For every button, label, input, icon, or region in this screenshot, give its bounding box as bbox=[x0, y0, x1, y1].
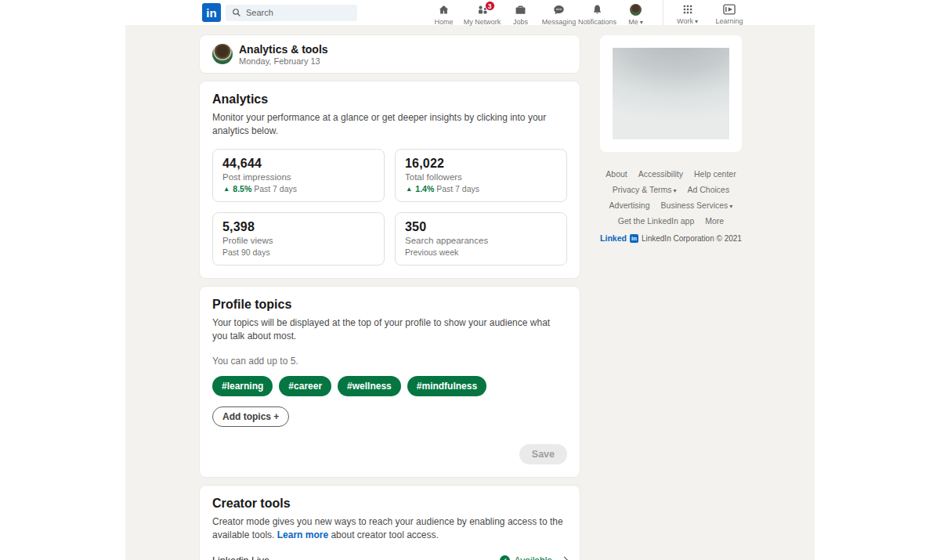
profile-topics-card: Profile topics Your topics will be displ… bbox=[200, 287, 580, 477]
stat-post-impressions[interactable]: 44,644 Post impressions ▲ 8.5% Past 7 da… bbox=[212, 149, 385, 202]
tool-status-label: Available bbox=[515, 555, 552, 560]
trend-up-icon: ▲ bbox=[406, 185, 412, 193]
add-topics-button[interactable]: Add topics + bbox=[212, 406, 289, 427]
footer-link-ad-choices[interactable]: Ad Choices bbox=[687, 185, 729, 194]
tool-name: Linkedin Live bbox=[212, 555, 269, 560]
ad-image-placeholder bbox=[613, 48, 729, 139]
stat-search-appearances[interactable]: 350 Search appearances Previous week bbox=[395, 212, 567, 266]
footer-link-more[interactable]: More bbox=[705, 216, 724, 226]
stat-label: Profile views bbox=[222, 236, 374, 245]
footer-linkedin-wordmark: Linked bbox=[600, 233, 627, 243]
available-check-icon bbox=[500, 555, 510, 560]
top-navigation: in Home 3 My Network Jobs bbox=[0, 0, 940, 25]
footer-link-accessibility[interactable]: Accessibility bbox=[638, 169, 683, 179]
topic-pill-learning[interactable]: #learning bbox=[212, 376, 273, 396]
my-network-badge: 3 bbox=[485, 1, 495, 11]
creator-tools-title: Creator tools bbox=[212, 497, 567, 511]
nav-notifications-label: Notifications bbox=[578, 18, 616, 26]
profile-topics-description: Your topics will be displayed at the top… bbox=[212, 316, 567, 344]
save-button[interactable]: Save bbox=[519, 444, 567, 464]
nav-divider bbox=[663, 0, 663, 25]
page-title: Analytics & tools bbox=[239, 43, 328, 56]
nav-home-label: Home bbox=[434, 18, 453, 26]
stat-value: 16,022 bbox=[405, 157, 557, 171]
stat-period: Previous week bbox=[405, 247, 557, 257]
nav-work-label: Work bbox=[677, 17, 698, 25]
topic-pill-wellness[interactable]: #wellness bbox=[338, 376, 401, 396]
nav-learning[interactable]: Learning bbox=[707, 0, 752, 25]
nav-jobs[interactable]: Jobs bbox=[501, 0, 540, 25]
trend-up-icon: ▲ bbox=[223, 185, 230, 193]
stat-period: Past 90 days bbox=[222, 247, 374, 257]
topics-limit-hint: You can add up to 5. bbox=[212, 356, 567, 367]
topics-list: #learning #career #wellness #mindfulness bbox=[212, 376, 567, 396]
search-box[interactable] bbox=[226, 5, 357, 21]
stat-profile-views[interactable]: 5,398 Profile views Past 90 days bbox=[212, 212, 385, 266]
my-network-icon: 3 bbox=[476, 4, 489, 16]
stat-total-followers[interactable]: 16,022 Total followers ▲ 1.4% Past 7 day… bbox=[395, 149, 567, 202]
search-input[interactable] bbox=[246, 8, 340, 17]
footer-link-privacy-terms[interactable]: Privacy & Terms bbox=[613, 185, 677, 194]
nav-messaging[interactable]: Messaging bbox=[540, 0, 578, 25]
linkedin-logo[interactable]: in bbox=[202, 3, 221, 22]
briefcase-icon bbox=[515, 4, 526, 16]
footer-linkedin-logo-icon: in bbox=[630, 234, 638, 243]
nav-home[interactable]: Home bbox=[425, 0, 463, 25]
topic-pill-career[interactable]: #career bbox=[279, 376, 331, 396]
footer-link-get-app[interactable]: Get the LinkedIn app bbox=[618, 216, 695, 226]
stats-grid: 44,644 Post impressions ▲ 8.5% Past 7 da… bbox=[212, 149, 567, 266]
analytics-title: Analytics bbox=[212, 92, 567, 107]
creator-tools-list: Linkedin Live Available Audio Event Avai… bbox=[212, 548, 567, 560]
stat-label: Post impressions bbox=[222, 172, 374, 182]
trend-value: 1.4% bbox=[415, 184, 434, 193]
footer-copyright: LinkedIn Corporation © 2021 bbox=[642, 234, 742, 243]
stat-value: 5,398 bbox=[222, 220, 374, 234]
nav-work[interactable]: Work bbox=[668, 0, 707, 25]
footer-link-help-center[interactable]: Help center bbox=[694, 169, 736, 179]
nav-learning-label: Learning bbox=[715, 17, 743, 25]
profile-topics-title: Profile topics bbox=[212, 298, 567, 312]
nav-my-network[interactable]: 3 My Network bbox=[463, 0, 501, 25]
work-grid-icon bbox=[682, 4, 693, 15]
page-background: Analytics & tools Monday, February 13 An… bbox=[125, 25, 815, 560]
creator-tools-description-cont: about creator tool access. bbox=[331, 529, 438, 540]
bell-icon bbox=[591, 4, 603, 16]
footer-link-about[interactable]: About bbox=[606, 169, 627, 179]
stat-label: Search appearances bbox=[405, 236, 557, 245]
profile-avatar[interactable] bbox=[212, 44, 233, 64]
nav-notifications[interactable]: Notifications bbox=[578, 0, 616, 25]
learning-icon bbox=[723, 4, 736, 15]
trend-period: Past 7 days bbox=[436, 184, 479, 193]
footer-link-business-services[interactable]: Business Services bbox=[661, 201, 733, 210]
trend-value: 8.5% bbox=[233, 184, 251, 193]
messaging-icon bbox=[553, 4, 565, 16]
learn-more-link[interactable]: Learn more bbox=[277, 529, 328, 540]
topic-pill-mindfulness[interactable]: #mindfulness bbox=[407, 376, 486, 396]
search-icon bbox=[232, 8, 241, 17]
nav-messaging-label: Messaging bbox=[542, 18, 577, 26]
tool-row-linkedin-live[interactable]: Linkedin Live Available bbox=[212, 548, 567, 560]
page-header-card: Analytics & tools Monday, February 13 bbox=[200, 35, 580, 73]
stat-value: 350 bbox=[405, 220, 557, 234]
stat-value: 44,644 bbox=[222, 157, 374, 171]
nav-my-network-label: My Network bbox=[464, 18, 501, 26]
nav-me[interactable]: Me bbox=[616, 0, 655, 25]
footer: About Accessibility Help center Privacy … bbox=[600, 158, 742, 243]
me-avatar bbox=[630, 4, 642, 16]
nav-me-label: Me bbox=[628, 18, 643, 26]
chevron-right-icon bbox=[561, 557, 569, 560]
analytics-description: Monitor your performance at a glance or … bbox=[212, 111, 567, 139]
page-date: Monday, February 13 bbox=[239, 56, 328, 66]
ad-card[interactable] bbox=[600, 35, 742, 152]
footer-link-advertising[interactable]: Advertising bbox=[609, 201, 650, 210]
home-icon bbox=[438, 4, 450, 16]
trend-period: Past 7 days bbox=[254, 184, 297, 193]
stat-label: Total followers bbox=[405, 172, 557, 182]
analytics-card: Analytics Monitor your performance at a … bbox=[200, 81, 580, 278]
nav-jobs-label: Jobs bbox=[513, 18, 528, 26]
creator-tools-card: Creator tools Creator mode gives you new… bbox=[200, 486, 580, 560]
